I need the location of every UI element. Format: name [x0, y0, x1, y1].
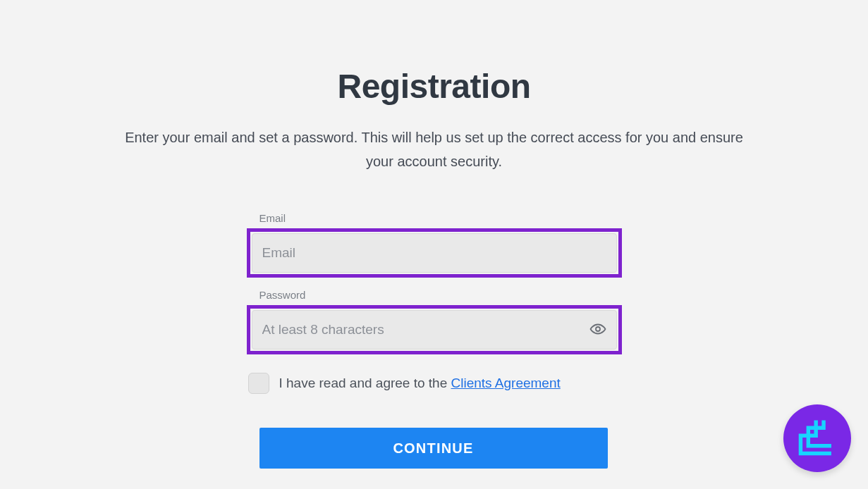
password-field-highlight [247, 305, 622, 354]
eye-icon [589, 321, 606, 340]
password-label: Password [259, 289, 622, 301]
page-subtitle: Enter your email and set a password. Thi… [110, 125, 759, 173]
email-input[interactable] [252, 234, 616, 272]
agreement-row: I have read and agree to the Clients Agr… [248, 373, 622, 394]
support-logo-icon [797, 416, 838, 460]
page-title: Registration [337, 67, 530, 106]
email-field-highlight [247, 228, 622, 278]
password-input[interactable] [252, 311, 616, 349]
agreement-prefix: I have read and agree to the [279, 376, 451, 390]
support-fab[interactable] [783, 404, 851, 472]
toggle-password-visibility-button[interactable] [587, 318, 609, 341]
password-input-shell [252, 310, 617, 349]
agreement-checkbox[interactable] [248, 373, 269, 394]
registration-form: Email Password [247, 212, 622, 469]
registration-container: Registration Enter your email and set a … [0, 0, 868, 469]
svg-point-0 [596, 327, 600, 331]
clients-agreement-link[interactable]: Clients Agreement [451, 376, 561, 390]
agreement-text: I have read and agree to the Clients Agr… [279, 376, 561, 391]
email-input-shell [252, 233, 617, 273]
continue-button[interactable]: CONTINUE [259, 428, 608, 469]
email-label: Email [259, 212, 622, 224]
